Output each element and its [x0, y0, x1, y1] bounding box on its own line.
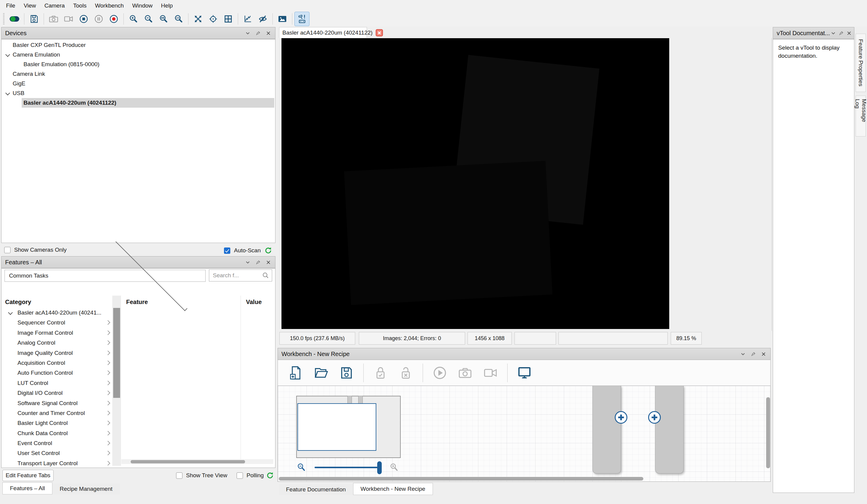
- image-window-icon[interactable]: [275, 12, 290, 26]
- feature-category-item[interactable]: Auto Function Control: [1, 368, 112, 378]
- menu-item[interactable]: Help: [157, 0, 177, 11]
- save-image-icon[interactable]: [26, 12, 42, 26]
- toolbar-drag-handle[interactable]: [3, 13, 4, 25]
- show-tree-view-checkbox[interactable]: [176, 472, 182, 479]
- tab-feature-properties[interactable]: Feature Properties: [856, 34, 866, 92]
- workbench-canvas[interactable]: [278, 386, 771, 482]
- add-vtool-button[interactable]: [614, 411, 628, 424]
- menu-item[interactable]: File: [2, 0, 20, 11]
- continuous-shot-icon[interactable]: [106, 12, 121, 26]
- close-image-window-icon[interactable]: [376, 29, 383, 36]
- dock-tab[interactable]: Feature Documentation: [279, 484, 353, 495]
- stop-grab-icon[interactable]: [76, 12, 91, 26]
- feature-preset-dropdown[interactable]: Common Tasks: [4, 270, 206, 282]
- menu-item[interactable]: Workbench: [90, 0, 128, 11]
- pause-grab-icon[interactable]: [91, 12, 106, 26]
- add-vtool-button[interactable]: [648, 411, 661, 424]
- workbench-snapshot-icon[interactable]: [457, 364, 473, 382]
- lock-recipe-icon[interactable]: [372, 364, 389, 382]
- panel-close-icon[interactable]: [762, 352, 766, 356]
- panel-close-icon[interactable]: [266, 31, 270, 35]
- save-recipe-icon[interactable]: [338, 364, 355, 382]
- device-tree-item[interactable]: Camera Link: [2, 69, 274, 79]
- dock-tab[interactable]: Workbench - New Recipe: [353, 483, 433, 495]
- canvas-zoom-out-icon[interactable]: [297, 463, 305, 472]
- edit-feature-tabs-button[interactable]: Edit Feature Tabs: [2, 470, 54, 481]
- panel-float-pin-icon[interactable]: [839, 31, 844, 35]
- dock-tab[interactable]: Features – All: [2, 482, 52, 494]
- new-recipe-icon[interactable]: [288, 364, 304, 382]
- dock-tab[interactable]: Recipe Management: [52, 484, 119, 494]
- feature-category-item[interactable]: Transport Layer Control: [1, 458, 112, 468]
- feature-category-item[interactable]: Counter and Timer Control: [1, 408, 112, 418]
- canvas-vertical-scrollbar[interactable]: [766, 397, 770, 468]
- panel-float-pin-icon[interactable]: [256, 260, 260, 265]
- panel-close-icon[interactable]: [847, 31, 851, 35]
- canvas-zoom-in-icon[interactable]: [390, 463, 398, 472]
- open-recipe-icon[interactable]: [313, 364, 330, 382]
- tab-message-log[interactable]: Message Log: [856, 96, 866, 136]
- minimap-viewport-rect[interactable]: [297, 403, 376, 451]
- connection-lane-2[interactable]: [655, 386, 684, 474]
- panel-menu-chevron-icon[interactable]: [831, 32, 835, 35]
- auto-scan-checkbox[interactable]: [224, 248, 230, 254]
- start-recipe-icon[interactable]: [431, 364, 448, 382]
- zoom-fit-width-icon[interactable]: [156, 12, 171, 26]
- panel-menu-chevron-icon[interactable]: [741, 353, 745, 355]
- feature-hscrollbar-thumb[interactable]: [131, 460, 245, 463]
- device-tree-item[interactable]: Basler CXP GenTL Producer: [2, 40, 274, 50]
- unlock-recipe-icon[interactable]: [397, 364, 414, 382]
- feature-category-item[interactable]: Chunk Data Control: [1, 428, 112, 438]
- record-video-icon[interactable]: [61, 12, 76, 26]
- workbench-record-icon[interactable]: [482, 364, 499, 382]
- hide-overlay-icon[interactable]: [255, 12, 270, 26]
- device-tree-item[interactable]: Camera Emulation: [2, 50, 274, 59]
- device-tree-item[interactable]: USB: [2, 88, 274, 98]
- feature-category-item[interactable]: Digital I/O Control: [1, 388, 112, 398]
- canvas-zoom-slider-track[interactable]: [314, 467, 380, 468]
- feature-category-item[interactable]: Software Signal Control: [1, 398, 112, 408]
- feature-category-item[interactable]: Acquisition Control: [1, 358, 112, 368]
- feature-category-item[interactable]: LUT Control: [1, 378, 112, 388]
- device-tree-item[interactable]: Basler Emulation (0815-0000): [2, 59, 274, 69]
- panel-menu-chevron-icon[interactable]: [246, 32, 250, 35]
- zoom-out-icon[interactable]: [141, 12, 156, 26]
- polling-checkbox[interactable]: [237, 472, 243, 479]
- zoom-100-icon[interactable]: 100: [171, 12, 186, 26]
- feature-category-item[interactable]: Event Control: [1, 438, 112, 448]
- feature-category-item[interactable]: Basler acA1440-220um (40241...: [1, 308, 112, 318]
- snapshot-icon[interactable]: [46, 12, 61, 26]
- device-tree-item[interactable]: Basler acA1440-220um (40241122): [22, 98, 274, 108]
- panel-float-pin-icon[interactable]: [751, 352, 756, 357]
- fit-window-icon[interactable]: [191, 12, 206, 26]
- open-device-toggle-icon[interactable]: [7, 12, 22, 26]
- category-scrollbar-thumb[interactable]: [113, 308, 120, 398]
- image-display-icon[interactable]: [516, 364, 533, 382]
- connection-lane-1[interactable]: [592, 386, 621, 474]
- device-tree-item[interactable]: GigE: [2, 79, 274, 88]
- menu-item[interactable]: View: [20, 0, 40, 11]
- feature-search-input[interactable]: [209, 272, 262, 279]
- panel-menu-chevron-icon[interactable]: [246, 261, 250, 264]
- refresh-features-icon[interactable]: [266, 472, 274, 479]
- feature-category-item[interactable]: Sequencer Control: [1, 318, 112, 328]
- workbench-icon[interactable]: [295, 12, 310, 26]
- camera-image[interactable]: [281, 38, 669, 329]
- zoom-in-icon[interactable]: [126, 12, 141, 26]
- refresh-devices-icon[interactable]: [264, 246, 272, 254]
- canvas-horizontal-scrollbar[interactable]: [279, 477, 643, 481]
- crosshair-icon[interactable]: [206, 12, 221, 26]
- menu-item[interactable]: Camera: [40, 0, 69, 11]
- histogram-icon[interactable]: [240, 12, 255, 26]
- canvas-zoom-slider-handle[interactable]: [377, 461, 382, 474]
- image-window-tab[interactable]: Basler acA1440-220um (40241122): [279, 27, 367, 38]
- feature-category-item[interactable]: User Set Control: [1, 448, 112, 458]
- menu-item[interactable]: Tools: [69, 0, 90, 11]
- pixel-grid-icon[interactable]: [221, 12, 236, 26]
- show-cameras-only-checkbox[interactable]: [4, 247, 11, 253]
- menu-item[interactable]: Window: [128, 0, 157, 11]
- feature-category-item[interactable]: Basler Light Control: [1, 418, 112, 428]
- feature-category-item[interactable]: Image Quality Control: [1, 348, 112, 358]
- panel-close-icon[interactable]: [266, 260, 270, 264]
- panel-float-pin-icon[interactable]: [256, 31, 260, 35]
